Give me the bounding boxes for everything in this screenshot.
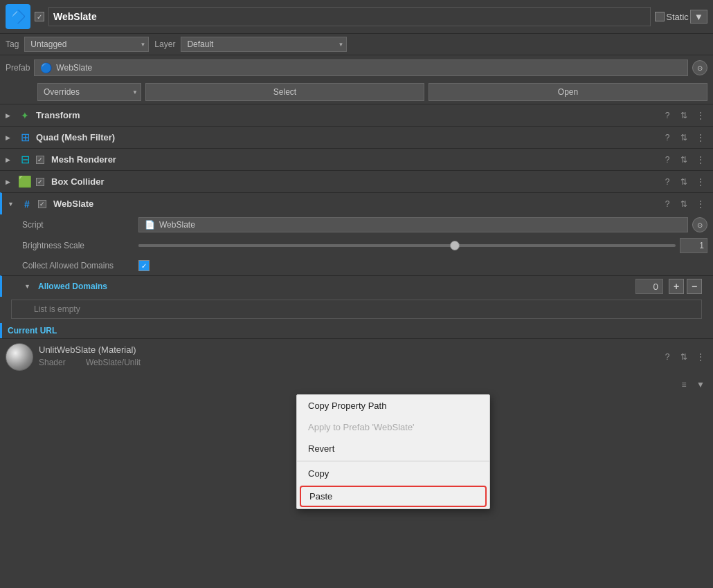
webslate-icon: #	[20, 197, 34, 211]
quad-name: Quad (Mesh Filter)	[36, 132, 656, 143]
prefab-target-button[interactable]: ⊙	[692, 60, 707, 75]
static-dropdown-button[interactable]: ▼	[690, 10, 707, 24]
allowed-domains-expand-icon[interactable]: ▼	[24, 283, 33, 290]
material-menu-button[interactable]: ⋮	[694, 350, 707, 364]
bottom-list-icon[interactable]: ≡	[677, 378, 691, 392]
transform-actions: ? ⇅ ⋮	[660, 109, 707, 122]
box-collider-expand-icon[interactable]: ▶	[6, 178, 14, 185]
domains-add-remove-buttons: + −	[669, 279, 707, 294]
add-domain-button[interactable]: +	[669, 279, 684, 294]
object-name-input[interactable]	[48, 7, 651, 26]
webslate-settings-button[interactable]: ⇅	[677, 197, 691, 211]
ctx-revert[interactable]: Revert	[297, 438, 489, 459]
mesh-renderer-help-button[interactable]: ?	[660, 153, 674, 167]
webslate-actions: ? ⇅ ⋮	[660, 197, 707, 211]
material-name: UnlitWebSlate (Material)	[39, 344, 655, 355]
tag-value: Untagged	[30, 39, 66, 49]
webslate-expanded-section: Script 📄 WebSlate ⊙ Brightness Scale	[0, 214, 713, 338]
collect-check-icon: ✓	[141, 262, 147, 270]
checkmark-icon: ✓	[37, 13, 42, 21]
slider-thumb[interactable]	[450, 241, 460, 250]
script-field: 📄 WebSlate	[138, 217, 688, 232]
ctx-apply-to-prefab[interactable]: Apply to Prefab 'WebSlate'	[297, 416, 489, 438]
overrides-row: Overrides ▼ Select Open	[0, 80, 713, 104]
transform-expand-icon[interactable]: ▶	[6, 112, 14, 119]
mesh-renderer-menu-button[interactable]: ⋮	[694, 153, 707, 167]
mesh-renderer-row: ▶ ⊟ ✓ Mesh Renderer ? ⇅ ⋮	[0, 148, 713, 170]
shader-row: Shader WebSlate/Unlit	[39, 355, 655, 370]
collect-domains-label: Collect Allowed Domains	[22, 261, 133, 270]
box-collider-icon: 🟩	[18, 175, 32, 189]
script-value: 📄 WebSlate ⊙	[138, 217, 707, 232]
static-area: Static ▼	[655, 10, 707, 24]
quad-icon: ⊞	[18, 131, 32, 145]
transform-component-row: ▶ ✦ Transform ? ⇅ ⋮	[0, 104, 713, 126]
tag-dropdown[interactable]: Untagged ▼	[24, 37, 149, 52]
material-sphere-icon	[6, 343, 33, 371]
transform-menu-button[interactable]: ⋮	[694, 109, 707, 122]
active-checkbox[interactable]: ✓	[35, 12, 44, 21]
box-collider-actions: ? ⇅ ⋮	[660, 175, 707, 189]
brightness-label: Brightness Scale	[22, 241, 133, 250]
list-empty-label: List is empty	[11, 300, 702, 319]
webslate-help-button[interactable]: ?	[660, 197, 674, 211]
transform-help-button[interactable]: ?	[660, 109, 674, 122]
prefab-row: Prefab 🔵 WebSlate ⊙	[0, 55, 713, 80]
current-url-row: Current URL	[0, 323, 713, 338]
material-help-button[interactable]: ?	[660, 350, 674, 364]
script-target-button[interactable]: ⊙	[692, 217, 707, 232]
script-icon: 📄	[145, 220, 155, 230]
overrides-label: Overrides	[44, 87, 80, 97]
domains-count-input[interactable]	[635, 279, 663, 294]
brightness-input[interactable]	[680, 238, 707, 253]
ctx-copy[interactable]: Copy	[297, 463, 489, 484]
transform-settings-button[interactable]: ⇅	[677, 109, 691, 122]
remove-domain-button[interactable]: −	[687, 279, 702, 294]
box-collider-checkbox[interactable]: ✓	[36, 178, 44, 186]
brightness-slider[interactable]	[138, 244, 676, 247]
allowed-domains-row: ▼ Allowed Domains + −	[0, 275, 713, 297]
script-label: Script	[22, 220, 133, 230]
mesh-renderer-settings-button[interactable]: ⇅	[677, 153, 691, 167]
box-collider-row: ▶ 🟩 ✓ Box Collider ? ⇅ ⋮	[0, 170, 713, 192]
box-collider-settings-button[interactable]: ⇅	[677, 175, 691, 189]
webslate-menu-button[interactable]: ⋮	[694, 197, 707, 211]
prefab-icon: 🔵	[40, 62, 52, 73]
shader-label: Shader	[39, 358, 80, 367]
quad-help-button[interactable]: ?	[660, 131, 674, 145]
current-url-label: Current URL	[8, 326, 57, 336]
tag-layer-row: Tag Untagged ▼ Layer Default ▼	[0, 34, 713, 55]
mesh-renderer-actions: ? ⇅ ⋮	[660, 153, 707, 167]
mesh-renderer-expand-icon[interactable]: ▶	[6, 156, 14, 163]
overrides-arrow-icon: ▼	[132, 89, 138, 95]
bottom-arrow-icon[interactable]: ▼	[694, 378, 707, 392]
material-row: UnlitWebSlate (Material) Shader WebSlate…	[0, 338, 713, 375]
tag-dropdown-arrow-icon: ▼	[140, 42, 145, 48]
mesh-renderer-icon: ⊟	[18, 153, 32, 167]
layer-value: Default	[187, 39, 213, 49]
prefab-name-field: 🔵 WebSlate	[34, 59, 688, 76]
static-checkbox[interactable]	[655, 12, 665, 21]
ctx-divider	[297, 461, 489, 461]
prefab-label: Prefab	[6, 63, 30, 73]
layer-dropdown[interactable]: Default ▼	[181, 37, 347, 52]
material-settings-button[interactable]: ⇅	[677, 350, 691, 364]
quad-settings-button[interactable]: ⇅	[677, 131, 691, 145]
webslate-expand-icon[interactable]: ▼	[8, 201, 16, 208]
box-collider-check-icon: ✓	[37, 178, 43, 185]
webslate-checkbox[interactable]: ✓	[38, 200, 46, 208]
box-collider-help-button[interactable]: ?	[660, 175, 674, 189]
select-button[interactable]: Select	[145, 83, 424, 101]
allowed-domains-label: Allowed Domains	[38, 282, 107, 291]
ctx-copy-property-path[interactable]: Copy Property Path	[297, 395, 489, 416]
open-button[interactable]: Open	[428, 83, 707, 101]
box-collider-menu-button[interactable]: ⋮	[694, 175, 707, 189]
tag-label: Tag	[6, 39, 19, 49]
webslate-check-icon: ✓	[39, 201, 45, 208]
quad-menu-button[interactable]: ⋮	[694, 131, 707, 145]
ctx-paste[interactable]: Paste	[300, 486, 487, 507]
mesh-renderer-checkbox[interactable]: ✓	[36, 156, 44, 164]
overrides-dropdown[interactable]: Overrides ▼	[37, 83, 141, 101]
quad-expand-icon[interactable]: ▶	[6, 134, 14, 141]
collect-domains-checkbox[interactable]: ✓	[138, 260, 150, 271]
